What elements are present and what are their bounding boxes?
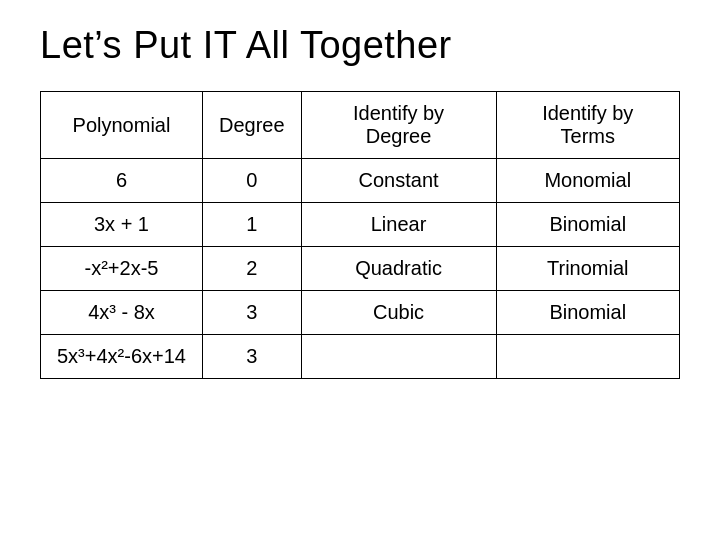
table-row: 60ConstantMonomial — [41, 159, 680, 203]
cell-r1-c0: 3x + 1 — [41, 203, 203, 247]
cell-r3-c1: 3 — [202, 291, 301, 335]
cell-r1-c2: Linear — [301, 203, 496, 247]
cell-r4-c3 — [496, 335, 679, 379]
cell-r0-c2: Constant — [301, 159, 496, 203]
cell-r1-c1: 1 — [202, 203, 301, 247]
cell-r0-c3: Monomial — [496, 159, 679, 203]
cell-r2-c1: 2 — [202, 247, 301, 291]
cell-r0-c0: 6 — [41, 159, 203, 203]
table-row: 3x + 11LinearBinomial — [41, 203, 680, 247]
col-header-polynomial: Polynomial — [41, 92, 203, 159]
polynomial-table: Polynomial Degree Identify by Degree Ide… — [40, 91, 680, 379]
cell-r3-c0: 4x³ - 8x — [41, 291, 203, 335]
col-header-identify-by-degree: Identify by Degree — [301, 92, 496, 159]
cell-r2-c2: Quadratic — [301, 247, 496, 291]
table-header-row: Polynomial Degree Identify by Degree Ide… — [41, 92, 680, 159]
page-title: Let’s Put IT All Together — [40, 24, 452, 67]
cell-r2-c0: -x²+2x-5 — [41, 247, 203, 291]
cell-r3-c3: Binomial — [496, 291, 679, 335]
cell-r1-c3: Binomial — [496, 203, 679, 247]
col-header-identify-by-terms: Identify by Terms — [496, 92, 679, 159]
cell-r4-c2 — [301, 335, 496, 379]
cell-r4-c0: 5x³+4x²-6x+14 — [41, 335, 203, 379]
cell-r2-c3: Trinomial — [496, 247, 679, 291]
cell-r0-c1: 0 — [202, 159, 301, 203]
table-row: 4x³ - 8x3CubicBinomial — [41, 291, 680, 335]
cell-r4-c1: 3 — [202, 335, 301, 379]
cell-r3-c2: Cubic — [301, 291, 496, 335]
table-row: -x²+2x-52QuadraticTrinomial — [41, 247, 680, 291]
col-header-degree: Degree — [202, 92, 301, 159]
table-row: 5x³+4x²-6x+143 — [41, 335, 680, 379]
